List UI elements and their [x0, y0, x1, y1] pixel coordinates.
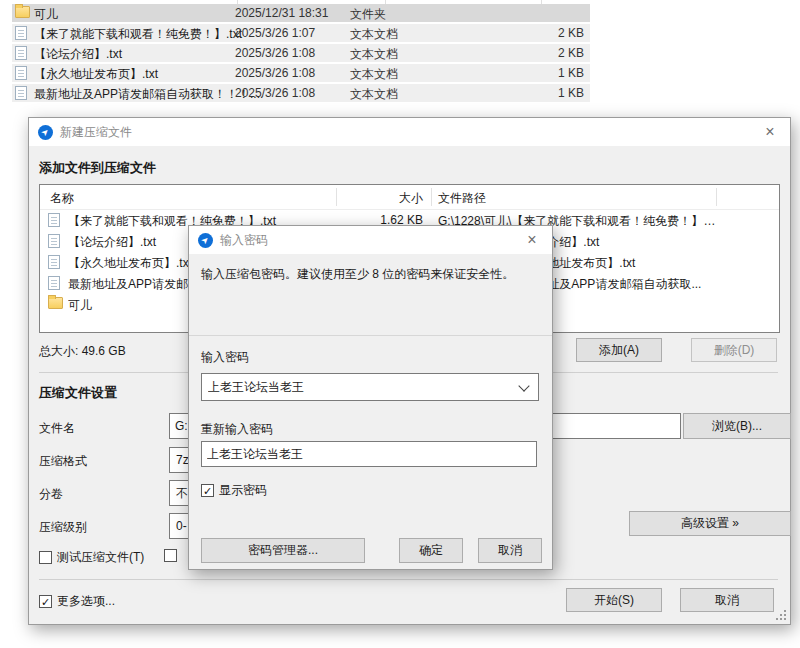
- second-checkbox[interactable]: [164, 549, 177, 562]
- file-type-icon: [48, 234, 60, 248]
- file-type-icon: [15, 6, 30, 18]
- file-size: 2 KB: [558, 26, 584, 40]
- file-name: 【来了就能下载和观看！纯免费！】.txt: [34, 26, 242, 43]
- ok-button[interactable]: 确定: [399, 538, 463, 563]
- test-archive-label: 测试压缩文件(T): [57, 549, 144, 566]
- more-options-row[interactable]: ✓ 更多选项...: [39, 593, 115, 610]
- column-divider[interactable]: [716, 188, 717, 206]
- file-type: 文本文档: [350, 86, 398, 103]
- new-archive-titlebar[interactable]: 新建压缩文件 ×: [29, 118, 790, 146]
- password-titlebar[interactable]: 输入密码 ×: [189, 226, 552, 254]
- file-name: 可儿: [34, 6, 58, 23]
- file-date: 2025/3/26 1:08: [235, 86, 315, 100]
- resize-grip[interactable]: [775, 609, 787, 621]
- close-icon[interactable]: ×: [521, 232, 543, 248]
- explorer-row[interactable]: 【来了就能下载和观看！纯免费！】.txt 2025/3/26 1:07 文本文档…: [12, 24, 590, 42]
- explorer-row[interactable]: 【论坛介绍】.txt 2025/3/26 1:08 文本文档 2 KB: [12, 44, 590, 62]
- file-size: 1 KB: [558, 66, 584, 80]
- password-hint-text: 输入压缩包密码。建议使用至少 8 位的密码来保证安全性。: [201, 266, 514, 283]
- header-name[interactable]: 名称: [50, 190, 74, 207]
- password-manager-button[interactable]: 密码管理器...: [201, 538, 365, 563]
- confirm-password-label: 重新输入密码: [201, 421, 273, 438]
- file-name: 最新地址及APP请发邮箱自动获取！！！....: [34, 86, 263, 103]
- divider: [39, 579, 778, 580]
- bandizip-logo-icon: [198, 233, 213, 248]
- file-date: 2025/12/31 18:31: [235, 6, 328, 20]
- more-options-checkbox[interactable]: ✓: [39, 595, 52, 608]
- section-add-files: 添加文件到压缩文件: [39, 159, 156, 177]
- file-date: 2025/3/26 1:08: [235, 46, 315, 60]
- column-divider[interactable]: [431, 188, 432, 206]
- file-name: 【论坛介绍】.txt: [34, 46, 122, 63]
- explorer-row[interactable]: 最新地址及APP请发邮箱自动获取！！！.... 2025/3/26 1:08 文…: [12, 84, 590, 102]
- file-name: 【永久地址发布页】.txt: [34, 66, 158, 83]
- file-type-icon: [15, 26, 27, 40]
- header-path[interactable]: 文件路径: [438, 190, 486, 207]
- filename-label: 文件名: [39, 420, 75, 437]
- bandizip-logo-icon: [38, 125, 53, 140]
- file-type-icon: [48, 255, 60, 269]
- header-size[interactable]: 大小: [337, 190, 423, 207]
- format-label: 压缩格式: [39, 453, 87, 470]
- show-password-row[interactable]: ✓ 显示密码: [201, 482, 267, 499]
- cancel-button[interactable]: 取消: [478, 538, 542, 563]
- more-options-label: 更多选项...: [57, 593, 115, 610]
- close-icon[interactable]: ×: [759, 124, 781, 140]
- confirm-password-input[interactable]: [201, 441, 537, 467]
- add-button[interactable]: 添加(A): [576, 338, 662, 362]
- cancel-button[interactable]: 取消: [680, 588, 774, 612]
- password-input[interactable]: [202, 380, 520, 394]
- archive-list-header[interactable]: 名称 大小 文件路径: [40, 185, 779, 210]
- file-type: 文件夹: [350, 6, 386, 23]
- dialog-title: 输入密码: [220, 232, 521, 249]
- password-combo[interactable]: [201, 373, 539, 401]
- file-type: 文本文档: [350, 66, 398, 83]
- file-size: 1 KB: [558, 86, 584, 100]
- file-type: 文本文档: [350, 26, 398, 43]
- enter-password-dialog: 输入密码 × 输入压缩包密码。建议使用至少 8 位的密码来保证安全性。 输入密码…: [188, 225, 553, 570]
- file-type-icon: [15, 86, 27, 100]
- start-button[interactable]: 开始(S): [566, 588, 662, 612]
- browse-button[interactable]: 浏览(B)...: [683, 413, 791, 439]
- test-archive-checkbox-row[interactable]: 测试压缩文件(T): [39, 549, 144, 566]
- total-size-label: 总大小: 49.6 GB: [39, 343, 126, 360]
- explorer-file-list: 可儿 2025/12/31 18:31 文件夹 【来了就能下载和观看！纯免费！】…: [12, 0, 590, 104]
- show-password-label: 显示密码: [219, 482, 267, 499]
- explorer-row[interactable]: 【永久地址发布页】.txt 2025/3/26 1:08 文本文档 1 KB: [12, 64, 590, 82]
- file-type-icon: [15, 46, 27, 60]
- divider: [189, 335, 552, 336]
- delete-button: 删除(D): [691, 338, 777, 362]
- file-type-icon: [48, 276, 60, 290]
- advanced-settings-button[interactable]: 高级设置 »: [629, 511, 791, 536]
- chevron-down-icon[interactable]: [518, 380, 529, 391]
- password-label: 输入密码: [201, 349, 249, 366]
- file-type: 文本文档: [350, 46, 398, 63]
- explorer-row[interactable]: 可儿 2025/12/31 18:31 文件夹: [12, 4, 590, 22]
- file-type-icon: [48, 297, 63, 309]
- test-archive-checkbox[interactable]: [39, 551, 52, 564]
- file-type-icon: [15, 66, 27, 80]
- volume-label: 分卷: [39, 486, 63, 503]
- level-label: 压缩级别: [39, 519, 87, 536]
- file-size: 2 KB: [558, 46, 584, 60]
- dialog-title: 新建压缩文件: [60, 124, 759, 141]
- desktop: { "explorer": { "rows": [ {"icon":"folde…: [0, 0, 800, 648]
- file-type-icon: [48, 213, 60, 227]
- second-checkbox-row[interactable]: [164, 549, 177, 562]
- file-date: 2025/3/26 1:07: [235, 26, 315, 40]
- file-date: 2025/3/26 1:08: [235, 66, 315, 80]
- section-archive-settings: 压缩文件设置: [39, 384, 117, 402]
- show-password-checkbox[interactable]: ✓: [201, 484, 214, 497]
